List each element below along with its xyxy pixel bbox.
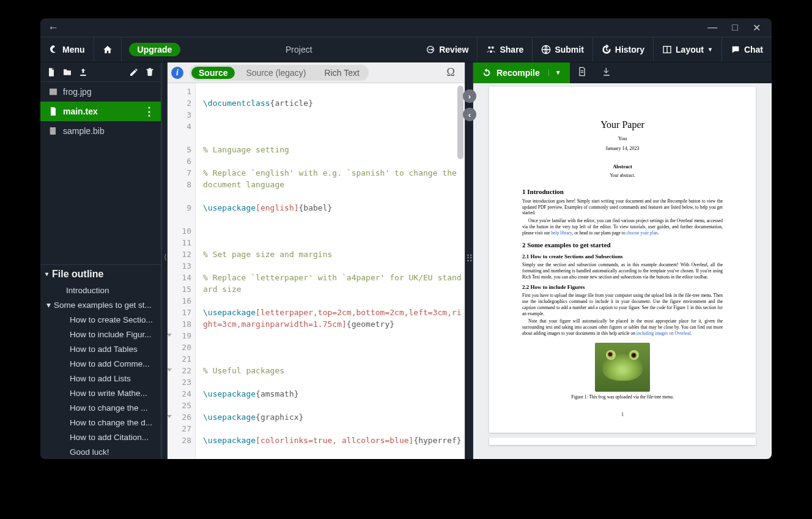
file-item-sample[interactable]: sample.bib	[40, 121, 161, 141]
file-toolbar	[40, 62, 161, 82]
submit-icon	[541, 45, 551, 54]
share-icon	[486, 45, 496, 54]
refresh-icon	[482, 68, 492, 78]
outline-item[interactable]: ▾Some examples to get st...	[40, 297, 161, 312]
outline-item[interactable]: How to add Comme...	[40, 356, 161, 371]
upgrade-button[interactable]: Upgrade	[129, 43, 181, 56]
frog-image	[595, 343, 650, 392]
download-icon[interactable]	[594, 67, 619, 79]
paper-author: You	[522, 135, 723, 143]
back-icon[interactable]: ←	[48, 21, 59, 34]
file-panel: frog.jpg main.tex sample.bib ▾ File outl…	[40, 62, 161, 459]
new-file-icon[interactable]	[46, 67, 56, 77]
outline-item[interactable]: How to change the ...	[40, 400, 161, 415]
main-area: frog.jpg main.tex sample.bib ▾ File outl…	[40, 62, 772, 459]
tab-rich-text[interactable]: Rich Text	[317, 67, 367, 79]
review-icon	[426, 45, 435, 54]
chat-button[interactable]: Chat	[722, 37, 772, 62]
share-button[interactable]: Share	[478, 37, 533, 62]
layout-button[interactable]: Layout ▼	[654, 37, 722, 62]
delete-icon[interactable]	[145, 67, 155, 77]
home-icon	[103, 45, 113, 54]
outline-item[interactable]: How to add Citation...	[40, 430, 161, 444]
image-icon	[48, 87, 58, 97]
pdf-viewport[interactable]: Your Paper You January 14, 2023 Abstract…	[473, 83, 772, 459]
outline-item[interactable]: How to add Tables	[40, 342, 161, 356]
file-item-frog[interactable]: frog.jpg	[40, 82, 161, 102]
pdf-page-1: Your Paper You January 14, 2023 Abstract…	[489, 87, 756, 433]
pdf-page-2	[489, 438, 756, 445]
outline-item[interactable]: How to change the d...	[40, 415, 161, 430]
titlebar: ← — □ ✕	[40, 18, 772, 37]
upload-icon[interactable]	[78, 67, 88, 77]
preview-toolbar: Recompile ▼	[473, 62, 772, 83]
menu-button[interactable]: Menu	[40, 37, 94, 62]
splitter[interactable]: › ‹ ⠿	[465, 62, 473, 459]
symbol-palette-icon[interactable]: Ω	[441, 66, 461, 79]
project-title[interactable]: Project	[180, 37, 417, 62]
outline-item[interactable]: How to write Mathe...	[40, 386, 161, 400]
editor-column: i Source Source (legacy) Rich Text Ω 123…	[168, 62, 465, 459]
history-button[interactable]: History	[593, 37, 654, 62]
new-folder-icon[interactable]	[62, 67, 72, 77]
app-window: ← — □ ✕ Menu Upgrade Project Review Shar…	[40, 18, 772, 459]
rename-icon[interactable]	[129, 67, 139, 77]
editor-toolbar: i Source Source (legacy) Rich Text Ω	[168, 62, 465, 83]
tab-source[interactable]: Source	[191, 67, 235, 79]
submit-button[interactable]: Submit	[533, 37, 592, 62]
outline-item[interactable]: How to add Lists	[40, 371, 161, 386]
chevron-down-icon: ▼	[707, 47, 713, 53]
history-icon	[602, 45, 611, 54]
maximize-icon[interactable]: □	[732, 22, 738, 34]
line-gutter: 1234567891011121314151617181920212223242…	[168, 83, 196, 459]
minimize-icon[interactable]: —	[707, 22, 717, 34]
code-content[interactable]: \documentclass{article} % Language setti…	[196, 83, 465, 459]
menu-label: Menu	[62, 45, 85, 54]
code-editor[interactable]: 1234567891011121314151617181920212223242…	[168, 83, 465, 459]
logs-icon[interactable]	[570, 67, 594, 79]
review-button[interactable]: Review	[417, 37, 478, 62]
chevron-down-icon: ▾	[45, 271, 48, 277]
outline-header[interactable]: ▾ File outline	[40, 264, 161, 283]
file-icon	[48, 106, 58, 116]
file-item-main[interactable]: main.tex	[40, 102, 161, 121]
layout-icon	[662, 45, 672, 54]
info-icon[interactable]: i	[171, 67, 183, 79]
preview-column: Recompile ▼ Your Paper You January 14, 2…	[473, 62, 772, 459]
left-rail[interactable]: ⟨	[161, 62, 168, 459]
recompile-button[interactable]: Recompile ▼	[473, 62, 570, 83]
tab-source-legacy[interactable]: Source (legacy)	[238, 67, 313, 79]
outline-item[interactable]: Introduction	[40, 283, 161, 297]
close-icon[interactable]: ✕	[753, 22, 761, 34]
outline-item[interactable]: How to include Figur...	[40, 327, 161, 342]
editor-mode-tabs: Source Source (legacy) Rich Text	[190, 65, 369, 81]
outline-item[interactable]: How to create Sectio...	[40, 312, 161, 327]
book-icon	[48, 126, 58, 136]
chat-icon	[731, 45, 740, 54]
chevron-down-icon[interactable]: ▼	[548, 69, 561, 76]
paper-title: Your Paper	[522, 119, 723, 132]
home-button[interactable]	[94, 37, 122, 62]
outline-body: Introduction ▾Some examples to get st...…	[40, 283, 161, 459]
chevron-down-icon: ▾	[46, 300, 54, 310]
top-toolbar: Menu Upgrade Project Review Share Submit…	[40, 37, 772, 62]
outline-item[interactable]: Good luck!	[40, 444, 161, 459]
overleaf-icon	[49, 45, 59, 54]
paper-date: January 14, 2023	[522, 146, 723, 152]
